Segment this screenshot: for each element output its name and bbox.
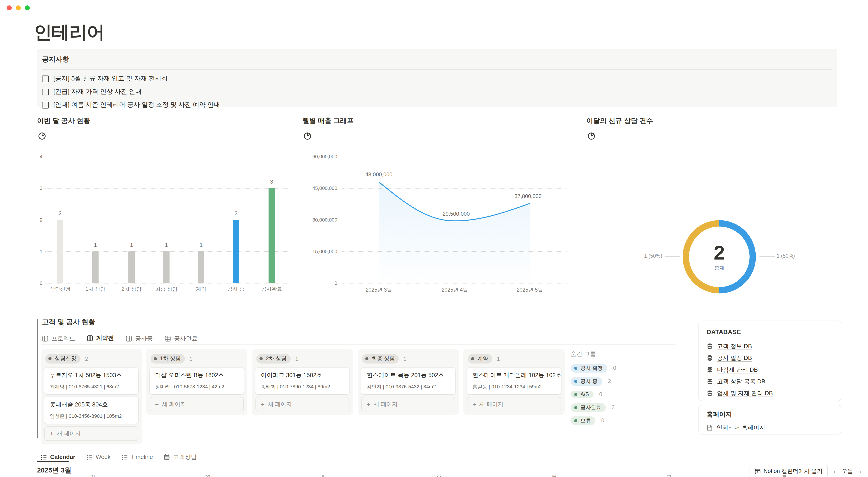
column-count: 1 (295, 356, 298, 362)
tab-week[interactable]: Week (86, 452, 111, 462)
board-view-icon (126, 335, 132, 342)
hidden-group-row[interactable]: 공사 확정 0 (570, 363, 616, 372)
calendar-icon (164, 454, 170, 460)
todo-item[interactable]: [긴급] 자재 가격 인상 사전 안내 (42, 88, 832, 96)
db-link-label: 공사 일정 DB (717, 354, 752, 362)
status-dot-icon (471, 357, 474, 360)
column-header[interactable]: 2차 상담 1 (255, 353, 349, 367)
bar-group: 12차 상담 (117, 149, 146, 294)
pie-chart-icon[interactable] (587, 132, 595, 140)
db-link-consult-list[interactable]: 고객 상담 목록 DB (707, 376, 833, 387)
new-page-button[interactable]: +새 페이지 (361, 397, 455, 412)
donut-chart-plot: 2 합계 1 (50%) 1 (50%) (586, 149, 841, 321)
kanban-card[interactable]: 힐스테이트 목동 201동 502호 김민지 | 010-9876-5432 |… (361, 367, 455, 394)
pie-chart-icon[interactable] (38, 132, 46, 140)
column-header[interactable]: 상담신청 2 (44, 353, 138, 367)
bar[interactable] (233, 220, 239, 283)
status-label: 최종 상담 (372, 355, 395, 363)
tab-customer-consult[interactable]: 고객상담 (164, 452, 197, 462)
db-link-finishing-materials[interactable]: 마감재 관리 DB (707, 364, 833, 376)
minimize-window-icon[interactable] (16, 5, 21, 10)
status-dot-icon (574, 393, 577, 396)
bar-group: 1최종 상담 (152, 149, 181, 294)
bar[interactable] (198, 251, 204, 283)
next-month-icon[interactable]: › (859, 468, 862, 475)
tab-project[interactable]: 프로젝트 (42, 333, 75, 345)
tab-construction-done[interactable]: 공사완료 (164, 333, 197, 345)
today-button[interactable]: 오늘 (842, 468, 853, 475)
homepage-link[interactable]: 인테리어 홈페이지 (707, 422, 833, 434)
bar[interactable] (92, 251, 98, 283)
hidden-group-row[interactable]: A/S 0 (570, 390, 616, 399)
status-badge: 공사완료 (570, 403, 606, 412)
tab-in-construction[interactable]: 공사중 (126, 333, 153, 345)
checkbox-icon[interactable] (42, 88, 49, 95)
status-label: 2차 상담 (266, 355, 287, 363)
checkbox-icon[interactable] (42, 75, 49, 82)
column-count: 2 (85, 356, 88, 362)
new-page-button[interactable]: +새 페이지 (467, 397, 561, 412)
group-count: 0 (613, 365, 616, 371)
plus-icon: + (261, 401, 265, 407)
status-dot-icon (259, 357, 263, 360)
database-icon (707, 343, 713, 350)
bar-group: 2공사 중 (221, 149, 250, 294)
card-meta: 홍길동 | 010-1234-1234 | 59m2 (472, 383, 556, 390)
db-link-vendor-materials[interactable]: 업체 및 자재 관리 DB (707, 387, 833, 399)
new-page-button[interactable]: +새 페이지 (150, 397, 244, 412)
column-header[interactable]: 최종 상담 1 (361, 353, 455, 367)
hidden-group-row[interactable]: 보류 0 (570, 416, 616, 425)
bar[interactable] (269, 188, 275, 283)
checkbox-icon[interactable] (42, 101, 49, 108)
status-label: 상담신청 (55, 355, 76, 363)
bar[interactable] (163, 251, 169, 283)
hidden-group-row[interactable]: 공사 중 2 (570, 377, 616, 386)
segment-label: 1 (50%) (777, 253, 795, 259)
new-page-label: 새 페이지 (268, 400, 292, 408)
new-page-button[interactable]: +새 페이지 (255, 397, 349, 412)
plus-icon: + (367, 401, 370, 407)
kanban-card[interactable]: 더샵 오피스텔 B동 1802호 정미라 | 010-5678-1234 | 4… (150, 367, 244, 394)
tab-pre-contract[interactable]: 계약전 (87, 333, 114, 345)
bar[interactable] (128, 251, 135, 283)
tab-label: 공사중 (135, 335, 153, 343)
kanban-column-first-consult: 1차 상담 1 더샵 오피스텔 B동 1802호 정미라 | 010-5678-… (146, 349, 247, 415)
column-header[interactable]: 계약 1 (467, 353, 561, 367)
kanban-card[interactable]: 아이파크 301동 1502호 송태희 | 010-7890-1234 | 89… (255, 367, 349, 394)
plus-icon: + (50, 430, 53, 437)
column-count: 1 (497, 356, 500, 362)
kanban-column-contract: 계약 1 힐스테이트 메디알레 102동 102호 홍길동 | 010-1234… (463, 349, 565, 415)
kanban-card[interactable]: 푸르지오 1차 502동 1503호 최재영 | 010-8765-4321 |… (44, 367, 138, 394)
db-link-construction-schedule[interactable]: 공사 일정 DB (707, 352, 833, 364)
tab-label: Timeline (131, 453, 153, 460)
tab-timeline[interactable]: Timeline (121, 452, 153, 462)
db-link-customer-info[interactable]: 고객 정보 DB (707, 340, 833, 352)
status-badge: 1차 상담 (151, 354, 185, 363)
hidden-group-row[interactable]: 공사완료 3 (570, 403, 616, 412)
status-dot-icon (49, 357, 52, 360)
card-title: 더샵 오피스텔 B동 1802호 (155, 371, 238, 379)
database-icon (707, 367, 713, 373)
bar-group: 2상담신청 (46, 149, 74, 294)
kanban-card[interactable]: 힐스테이트 메디알레 102동 102호 홍길동 | 010-1234-1234… (467, 367, 561, 394)
kanban-column-final-consult: 최종 상담 1 힐스테이트 목동 201동 502호 김민지 | 010-987… (358, 349, 459, 415)
status-badge: A/S (570, 391, 593, 398)
plus-icon: + (472, 401, 476, 407)
new-page-button[interactable]: +새 페이지 (44, 426, 138, 441)
close-window-icon[interactable] (7, 5, 12, 10)
bar[interactable] (57, 220, 63, 283)
db-link-label: 마감재 관리 DB (717, 366, 758, 374)
divider (303, 143, 568, 143)
kanban-card[interactable]: 롯데캐슬 205동 304호 임성준 | 010-3456-8901 | 105… (44, 397, 138, 424)
todo-item[interactable]: [공지] 5월 신규 자재 입고 및 자재 전시회 (42, 74, 832, 83)
maximize-window-icon[interactable] (25, 5, 30, 10)
group-count: 3 (612, 404, 615, 411)
todo-item[interactable]: [안내] 여름 시즌 인테리어 공사 일정 조정 및 사전 예약 안내 (42, 101, 832, 109)
calendar-controls: 9 Notion 캘린더에서 열기 ‹ 오늘 › (749, 465, 862, 477)
pie-chart-icon[interactable] (303, 132, 311, 140)
kanban-column-second-consult: 2차 상담 1 아이파크 301동 1502호 송태희 | 010-7890-1… (252, 349, 353, 415)
prev-month-icon[interactable]: ‹ (833, 468, 836, 475)
y-axis-tick: 30,000,000 (303, 217, 337, 222)
column-header[interactable]: 1차 상담 1 (150, 353, 244, 367)
status-dot-icon (365, 357, 368, 360)
